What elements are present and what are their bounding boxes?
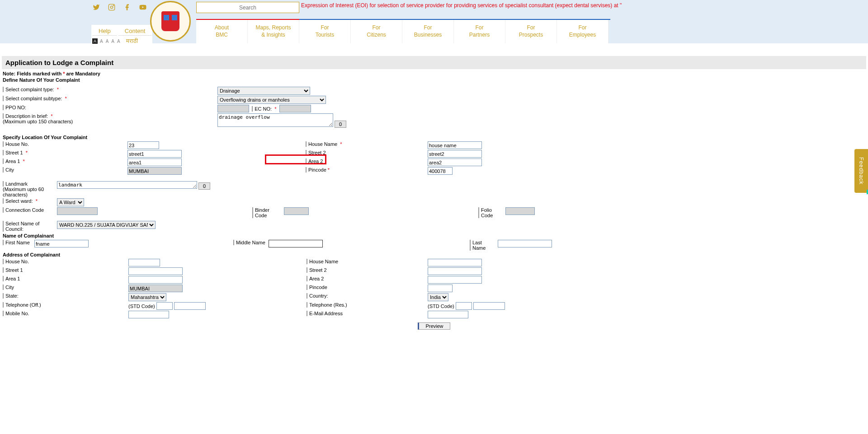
label-street2-addr: Street 2 (307, 267, 347, 273)
label-select-ward: Select ward: * (3, 198, 43, 204)
label-house-no-loc: House No. (3, 141, 43, 147)
label-middle-name: Middle Name (233, 240, 265, 245)
nav-businesses[interactable]: ForBusinesses (402, 20, 454, 43)
input-telephone-off-std[interactable] (156, 302, 173, 310)
label-ec-no: EC NO: * (252, 106, 276, 112)
input-last-name[interactable] (498, 240, 552, 247)
font-size-a2[interactable]: A (106, 39, 109, 44)
input-street2-addr[interactable] (428, 267, 482, 275)
search-input[interactable] (196, 2, 299, 13)
input-area2-addr[interactable] (428, 276, 482, 284)
font-size-a3[interactable]: A (111, 39, 114, 44)
nav-prospects[interactable]: ForProspects (505, 20, 557, 43)
input-area1-loc[interactable] (127, 159, 182, 166)
svg-point-2 (113, 5, 113, 5)
instagram-icon[interactable] (108, 4, 115, 13)
select-ward[interactable]: A Ward (57, 198, 84, 206)
input-mobile[interactable] (128, 311, 169, 318)
font-size-a1[interactable]: A (100, 39, 103, 44)
landmark-hint1: (Maximum upto 60 (3, 187, 44, 192)
input-telephone-off[interactable] (174, 302, 206, 310)
label-house-name-addr: House Name (307, 259, 347, 264)
input-telephone-res[interactable] (473, 302, 505, 310)
content-link[interactable]: Content (118, 27, 152, 36)
label-ppo-no: PPO NO: (3, 105, 43, 110)
label-complaint-type: Select complaint type: * (3, 87, 59, 92)
label-street1-addr: Street 1 (3, 267, 43, 273)
nav-maps-reports[interactable]: Maps, Reports& Insights (248, 20, 299, 43)
input-house-no-addr[interactable] (128, 259, 160, 266)
textarea-landmark[interactable]: landmark (57, 181, 197, 189)
page-title: Application to Lodge a Complaint (2, 56, 866, 69)
select-complaint-type[interactable]: Drainage (217, 87, 310, 95)
input-house-name-loc[interactable] (428, 141, 482, 149)
input-street2-loc[interactable] (428, 150, 482, 158)
section-complainant: Name of Complainant (2, 232, 866, 239)
section-address: Address of Complainant (2, 251, 866, 258)
input-first-name[interactable] (34, 240, 89, 247)
twitter-icon[interactable] (93, 4, 100, 13)
top-header-band: Help Content A A A A A मराठी Expression … (0, 0, 868, 43)
label-area1-loc: Area 1 * (3, 159, 43, 164)
label-country: Country: (307, 293, 347, 299)
facebook-icon[interactable] (123, 4, 131, 13)
label-tel-res: Telephone (Res.) (307, 302, 347, 308)
label-std-res: (STD Code) (428, 303, 454, 309)
label-house-no-addr: House No. (3, 259, 43, 264)
input-middle-name[interactable] (269, 240, 323, 247)
select-country[interactable]: India (428, 293, 448, 301)
label-state: State: (3, 293, 43, 299)
textarea-description[interactable]: drainage overflow (217, 113, 333, 127)
input-pincode-addr[interactable] (428, 285, 453, 292)
label-mobile: Mobile No. (3, 311, 43, 316)
input-area1-addr[interactable] (128, 276, 183, 284)
news-ticker[interactable]: Expression of Interest (EOI) for selecti… (301, 2, 622, 9)
language-marathi[interactable]: मराठी (126, 37, 138, 45)
input-pincode-loc[interactable] (428, 167, 453, 175)
nav-partners[interactable]: ForPartners (454, 20, 505, 43)
help-link[interactable]: Help (92, 27, 117, 36)
desc-char-counter: 0 (335, 121, 346, 128)
input-house-no-loc[interactable] (127, 141, 159, 149)
landmark-hint2: characters) (3, 192, 28, 197)
nav-about-bmc[interactable]: AboutBMC (196, 20, 248, 43)
label-house-name-loc: House Name * (306, 141, 346, 147)
feedback-tab[interactable]: Feedback (854, 149, 868, 193)
input-street1-loc[interactable] (127, 150, 182, 158)
label-binder-code: Binder Code (252, 207, 282, 218)
section-location: Specify Location Of Your Complaint (2, 134, 866, 141)
contrast-toggle[interactable]: A (92, 38, 98, 44)
input-folio-code (505, 207, 535, 215)
select-complaint-subtype[interactable]: Overflowing drains or manholes (217, 96, 326, 104)
label-connection-code: Connection Code (3, 207, 44, 213)
label-std-off: (STD Code) (128, 303, 155, 309)
section-nature: Define Nature Of Your Complaint (2, 76, 866, 84)
input-area2-loc[interactable] (428, 159, 482, 166)
font-size-a4[interactable]: A (117, 39, 120, 44)
label-description: Description in brief: * (3, 113, 53, 119)
label-landmark: Landmark (3, 181, 43, 187)
input-telephone-res-std[interactable] (456, 302, 472, 310)
input-email[interactable] (428, 311, 468, 318)
input-house-name-addr[interactable] (428, 259, 482, 266)
preview-button[interactable]: Preview (418, 322, 450, 330)
input-connection-code (57, 207, 98, 215)
select-state[interactable]: Maharashtra (128, 293, 166, 301)
label-city-loc: City (3, 167, 43, 173)
select-council[interactable]: WARD NO.225 / SUJATA DIGVIJAY SANAP (57, 221, 156, 229)
label-city-addr: City (3, 285, 43, 290)
label-email: E-Mail Address (307, 311, 347, 316)
input-ec-no (279, 105, 311, 112)
input-city-addr (128, 285, 183, 292)
label-select-council: Select Name of Council: (3, 221, 55, 232)
label-complaint-subtype: Select complaint subtype: * (3, 96, 67, 101)
nav-citizens[interactable]: ForCitizens (351, 20, 402, 43)
input-ppo-no (217, 105, 249, 112)
bmc-logo[interactable] (150, 1, 191, 42)
help-content-box: Help Content A A A A A मराठी (91, 25, 152, 47)
nav-employees[interactable]: ForEmployees (557, 20, 609, 43)
input-street1-addr[interactable] (128, 267, 183, 275)
label-area2-addr: Area 2 (307, 276, 347, 281)
youtube-icon[interactable] (139, 4, 147, 13)
nav-tourists[interactable]: ForTourists (299, 20, 351, 43)
